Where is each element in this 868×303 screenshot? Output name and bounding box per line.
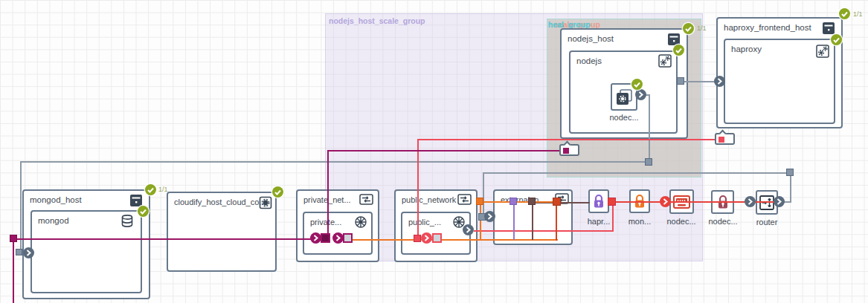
status-check-badge xyxy=(831,34,842,45)
relationship-endpoint-chevron[interactable] xyxy=(23,247,34,258)
relationship-endpoint-chevron[interactable] xyxy=(484,211,495,222)
connector-handle[interactable] xyxy=(16,249,22,255)
relationship-line xyxy=(327,150,329,237)
network-icon xyxy=(457,194,472,208)
network-icon xyxy=(359,194,373,208)
node-title: public_network xyxy=(402,195,456,204)
relationship-line xyxy=(556,202,557,241)
node-title: nodejs xyxy=(576,56,602,65)
relationship-endpoint-chevron[interactable] xyxy=(310,232,321,244)
connector-handle[interactable] xyxy=(414,235,421,242)
relationship-line xyxy=(790,172,791,203)
node-label: router xyxy=(750,218,784,227)
relationship-line xyxy=(649,94,650,162)
node-haproxy-security-group[interactable] xyxy=(588,189,609,213)
relationship-line xyxy=(513,205,515,240)
status-check-badge xyxy=(839,8,850,19)
marker-square xyxy=(563,148,569,154)
relationship-line xyxy=(328,150,562,152)
deployment-marker-magenta[interactable] xyxy=(559,144,579,156)
status-check-badge xyxy=(631,79,643,90)
node-title: nodejs_host xyxy=(568,34,614,43)
connector-handle[interactable] xyxy=(608,198,616,206)
node-label: nodec... xyxy=(706,217,740,226)
connector-handle[interactable] xyxy=(786,169,794,176)
connector-handle[interactable] xyxy=(10,235,17,242)
relationship-line xyxy=(483,172,791,174)
instances-ratio: 1/1 xyxy=(853,10,863,18)
node-title: mongod_host xyxy=(30,195,82,204)
scale-group-label: nodejs_host_scale_group xyxy=(329,16,425,25)
node-label: hapr... xyxy=(582,217,616,226)
node-label: nodec... xyxy=(664,217,698,226)
relationship-endpoint-chevron[interactable] xyxy=(421,232,432,244)
relationship-line xyxy=(480,201,555,203)
status-check-badge xyxy=(145,184,156,195)
relationship-line xyxy=(474,230,614,232)
node-label: nodec... xyxy=(607,113,641,122)
node-mongod[interactable]: mongod xyxy=(30,210,142,293)
relationship-endpoint-chevron[interactable] xyxy=(774,196,785,207)
relationship-line xyxy=(350,239,558,241)
connector-handle[interactable] xyxy=(645,158,652,166)
status-check-badge xyxy=(138,206,149,217)
node-label: mon... xyxy=(623,217,657,226)
node-title: public_... xyxy=(408,218,441,227)
connector-handle[interactable] xyxy=(343,233,353,243)
subnet-wheel-icon xyxy=(354,215,367,232)
connector-handle[interactable] xyxy=(321,233,330,243)
deployment-marker-red[interactable] xyxy=(715,133,735,145)
connector-handle[interactable] xyxy=(432,233,442,243)
app-gear-icon xyxy=(612,85,636,109)
status-check-badge xyxy=(683,23,694,34)
connector-handle[interactable] xyxy=(476,198,483,205)
relationship-line xyxy=(483,172,484,215)
relationship-line xyxy=(21,161,650,163)
marker-square xyxy=(718,137,724,143)
status-check-badge xyxy=(272,186,283,198)
node-haproxy[interactable]: haproxy xyxy=(724,39,835,124)
node-title: cloudify_host_cloud_co... xyxy=(174,198,266,206)
relationship-line xyxy=(417,139,419,237)
connector-handle[interactable] xyxy=(553,198,561,206)
relationship-line xyxy=(480,202,481,241)
node-title: private... xyxy=(310,218,341,227)
node-title: haproxy_frontend_host xyxy=(724,23,811,32)
cloud-config-icon xyxy=(259,196,272,212)
relationship-endpoint-chevron[interactable] xyxy=(714,76,725,87)
relationship-line xyxy=(418,139,717,140)
connector-handle[interactable] xyxy=(528,198,536,205)
relationship-line xyxy=(532,205,533,240)
relationship-endpoint-chevron[interactable] xyxy=(332,232,344,244)
database-icon xyxy=(120,214,135,232)
node-title: mongod xyxy=(38,216,69,225)
relationship-endpoint-chevron[interactable] xyxy=(660,196,671,207)
relationship-endpoint-chevron[interactable] xyxy=(635,89,646,100)
gears-icon xyxy=(658,54,672,71)
relationship-line xyxy=(13,238,323,240)
instances-ratio: 1/1 xyxy=(697,25,707,32)
lock-icon xyxy=(590,191,608,212)
topology-canvas[interactable]: nodejs_host_scale_group scale_group heal… xyxy=(0,0,868,303)
node-cloudify-host-cloud-config[interactable]: cloudify_host_cloud_co... xyxy=(167,192,277,272)
relationship-line xyxy=(13,238,14,303)
connector-handle[interactable] xyxy=(677,77,684,85)
status-check-badge xyxy=(673,45,684,56)
node-title: haproxy xyxy=(731,45,762,53)
relationship-endpoint-chevron[interactable] xyxy=(745,196,756,207)
connector-handle[interactable] xyxy=(509,198,517,205)
relationship-endpoint-chevron[interactable] xyxy=(463,224,474,235)
gears-icon xyxy=(816,45,829,61)
instances-ratio: 1/1 xyxy=(158,186,168,193)
